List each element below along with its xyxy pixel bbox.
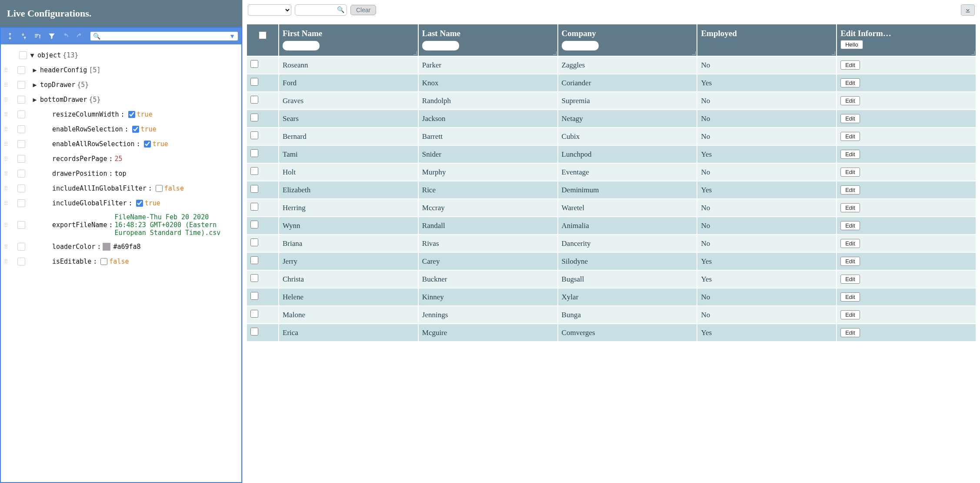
- drag-handle-icon[interactable]: ⠿: [3, 200, 10, 207]
- resize-handle-icon[interactable]: [552, 50, 557, 55]
- bool-checkbox[interactable]: [156, 185, 163, 192]
- row-checkbox[interactable]: [250, 238, 258, 246]
- drag-handle-icon[interactable]: ⠿: [3, 258, 10, 265]
- row-checkbox[interactable]: [250, 78, 258, 86]
- column-filter-input[interactable]: [562, 41, 599, 50]
- row-checkbox[interactable]: [250, 114, 258, 121]
- caret-right-icon[interactable]: ▶: [31, 66, 38, 74]
- edit-button[interactable]: Edit: [840, 203, 860, 212]
- row-checkbox[interactable]: [250, 185, 258, 193]
- hello-button[interactable]: Hello: [840, 40, 863, 49]
- edit-button[interactable]: Edit: [840, 221, 860, 230]
- bool-checkbox[interactable]: [136, 200, 143, 207]
- drag-handle-icon[interactable]: ⠿: [3, 97, 10, 103]
- node-icon[interactable]: [17, 170, 25, 178]
- column-select[interactable]: [248, 4, 291, 16]
- drag-handle-icon[interactable]: ⠿: [3, 141, 10, 148]
- row-checkbox[interactable]: [250, 167, 258, 175]
- expand-all-icon[interactable]: [4, 30, 16, 42]
- node-icon[interactable]: [17, 125, 25, 133]
- edit-button[interactable]: Edit: [840, 78, 860, 87]
- drag-handle-icon[interactable]: ⠿: [3, 82, 10, 88]
- select-all-checkbox[interactable]: [259, 31, 267, 39]
- drag-handle-icon[interactable]: ⠿: [3, 222, 10, 228]
- resize-handle-icon[interactable]: [831, 50, 835, 55]
- drag-handle-icon[interactable]: ⠿: [3, 156, 10, 162]
- column-header[interactable]: Company: [558, 24, 697, 56]
- row-checkbox[interactable]: [250, 60, 258, 68]
- cell-employed: Yes: [697, 271, 836, 288]
- row-checkbox[interactable]: [250, 96, 258, 104]
- edit-button[interactable]: Edit: [840, 185, 860, 195]
- drag-handle-icon[interactable]: ⠿: [3, 185, 10, 192]
- row-checkbox[interactable]: [250, 221, 258, 228]
- column-header[interactable]: First Name: [279, 24, 418, 56]
- bool-checkbox[interactable]: [132, 126, 139, 133]
- edit-button[interactable]: Edit: [840, 292, 860, 302]
- resize-handle-icon[interactable]: [413, 50, 417, 55]
- drag-handle-icon[interactable]: ⠿: [3, 126, 10, 133]
- edit-button[interactable]: Edit: [840, 150, 860, 159]
- edit-button[interactable]: Edit: [840, 239, 860, 248]
- cell-edit: Edit: [837, 164, 976, 181]
- node-icon[interactable]: [19, 51, 27, 59]
- column-header[interactable]: Last Name: [419, 24, 557, 56]
- edit-button[interactable]: Edit: [840, 114, 860, 123]
- download-button[interactable]: [961, 4, 975, 16]
- edit-button[interactable]: Edit: [840, 257, 860, 266]
- node-icon[interactable]: [17, 199, 25, 207]
- undo-icon[interactable]: [60, 30, 71, 42]
- row-checkbox[interactable]: [250, 203, 258, 211]
- edit-button[interactable]: Edit: [840, 96, 860, 105]
- row-select-cell: [247, 74, 278, 91]
- row-checkbox[interactable]: [250, 274, 258, 282]
- drag-handle-icon[interactable]: ⠿: [3, 171, 10, 177]
- column-filter-input[interactable]: [283, 41, 320, 50]
- node-icon[interactable]: [17, 258, 25, 265]
- filter-icon[interactable]: [46, 30, 57, 42]
- resize-handle-icon[interactable]: [691, 50, 696, 55]
- caret-down-icon[interactable]: ▼: [29, 51, 36, 59]
- color-swatch[interactable]: [103, 243, 110, 251]
- edit-button[interactable]: Edit: [840, 60, 860, 70]
- node-icon[interactable]: [17, 66, 25, 74]
- row-checkbox[interactable]: [250, 131, 258, 139]
- resize-handle-icon[interactable]: [970, 50, 975, 55]
- node-icon[interactable]: [17, 111, 25, 118]
- row-checkbox[interactable]: [250, 328, 258, 335]
- sort-icon[interactable]: [32, 30, 43, 42]
- node-icon[interactable]: [17, 96, 25, 104]
- cell-employed: No: [697, 217, 836, 234]
- row-checkbox[interactable]: [250, 292, 258, 300]
- row-checkbox[interactable]: [250, 256, 258, 264]
- edit-button[interactable]: Edit: [840, 132, 860, 141]
- edit-button[interactable]: Edit: [840, 328, 860, 337]
- node-icon[interactable]: [17, 155, 25, 163]
- column-header[interactable]: Employed: [697, 24, 836, 56]
- bool-checkbox[interactable]: [128, 111, 135, 118]
- node-icon[interactable]: [17, 140, 25, 148]
- node-icon[interactable]: [17, 243, 25, 251]
- row-checkbox[interactable]: [250, 149, 258, 157]
- column-header[interactable]: Edit Inform…Hello: [837, 24, 976, 56]
- json-search-input[interactable]: [100, 33, 229, 40]
- caret-right-icon[interactable]: ▶: [31, 81, 38, 89]
- node-icon[interactable]: [17, 221, 25, 229]
- drag-handle-icon[interactable]: ⠿: [3, 67, 10, 74]
- edit-button[interactable]: Edit: [840, 168, 860, 177]
- caret-right-icon[interactable]: ▶: [31, 96, 38, 104]
- chevron-down-icon[interactable]: ▼: [229, 33, 235, 40]
- clear-button[interactable]: Clear: [350, 5, 376, 15]
- drag-handle-icon[interactable]: ⠿: [3, 244, 10, 250]
- collapse-all-icon[interactable]: [18, 30, 30, 42]
- drag-handle-icon[interactable]: ⠿: [3, 111, 10, 118]
- edit-button[interactable]: Edit: [840, 310, 860, 319]
- edit-button[interactable]: Edit: [840, 275, 860, 284]
- node-icon[interactable]: [17, 81, 25, 89]
- bool-checkbox[interactable]: [100, 258, 107, 265]
- row-checkbox[interactable]: [250, 310, 258, 318]
- node-icon[interactable]: [17, 184, 25, 192]
- column-filter-input[interactable]: [422, 41, 459, 50]
- bool-checkbox[interactable]: [144, 141, 151, 148]
- redo-icon[interactable]: [74, 30, 85, 42]
